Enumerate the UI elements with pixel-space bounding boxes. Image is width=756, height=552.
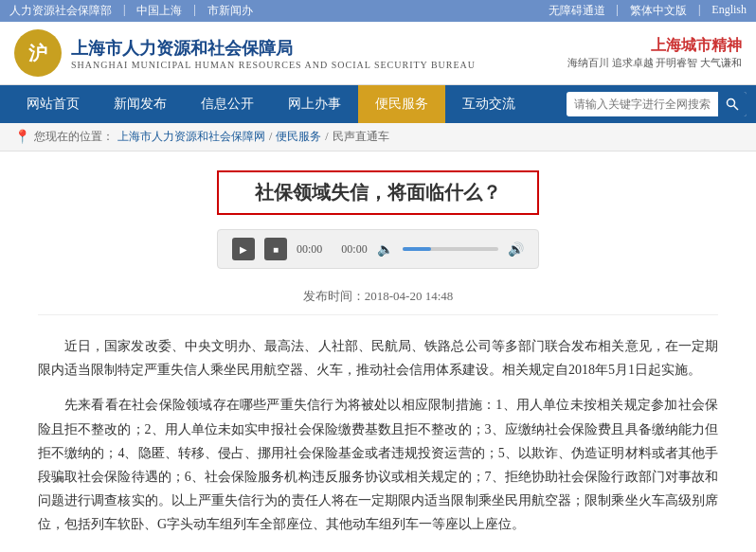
breadcrumb-sep-2: / (325, 130, 328, 144)
breadcrumb-link-1[interactable]: 上海市人力资源和社会保障网 (117, 129, 265, 145)
city-spirit-title: 上海城市精神 (567, 36, 742, 56)
logo-text: 上海市人力资源和社会保障局 SHANGHAI MUNICIPAL HUMAN R… (71, 37, 476, 70)
article-content: 近日，国家发改委、中央文明办、最高法、人社部、民航局、铁路总公司等多部门联合发布… (38, 334, 718, 537)
top-bar-item-2[interactable]: 中国上海 (136, 3, 182, 19)
city-spirit: 上海城市精神 海纳百川 追求卓越 开明睿智 大气谦和 (567, 36, 742, 70)
main-content: 社保领域失信，将面临什么？ ▶ ■ 00:00 00:00 🔈 🔊 发布时间：2… (0, 151, 756, 552)
article-title-box: 社保领域失信，将面临什么？ (217, 170, 539, 215)
breadcrumb: 📍 您现在的位置： 上海市人力资源和社会保障网 / 便民服务 / 民声直通车 (0, 123, 756, 151)
top-bar-separator-1: | (123, 3, 125, 19)
nav-item-home[interactable]: 网站首页 (9, 85, 97, 123)
breadcrumb-link-2[interactable]: 便民服务 (276, 129, 321, 145)
audio-player: ▶ ■ 00:00 00:00 🔈 🔊 (217, 229, 539, 269)
volume-high-icon: 🔊 (508, 241, 524, 258)
time-total: 00:00 (341, 242, 367, 257)
top-bar-item-3[interactable]: 市新闻办 (207, 3, 253, 19)
article-title: 社保领域失信，将面临什么？ (247, 180, 509, 205)
article-paragraph-2: 先来看看在社会保险领域存在哪些严重失信行为将被处以相应限制措施：1、用人单位未按… (38, 393, 718, 536)
svg-point-0 (728, 99, 735, 107)
header: 沪 上海市人力资源和社会保障局 SHANGHAI MUNICIPAL HUMAN… (0, 22, 756, 85)
top-bar-separator-3: | (617, 3, 619, 19)
top-bar-accessibility[interactable]: 无障碍通道 (549, 3, 605, 19)
volume-progress-fill (403, 247, 431, 251)
org-name-english: SHANGHAI MUNICIPAL HUMAN RESOURCES AND S… (71, 60, 476, 70)
article-paragraph-1: 近日，国家发改委、中央文明办、最高法、人社部、民航局、铁路总公司等多部门联合发布… (38, 334, 718, 382)
top-bar-separator-2: | (193, 3, 195, 19)
breadcrumb-current: 民声直通车 (333, 129, 389, 145)
play-button[interactable]: ▶ (232, 238, 255, 260)
breadcrumb-sep-1: / (269, 130, 272, 144)
publish-date: 发布时间：2018-04-20 14:48 (38, 288, 718, 315)
top-bar: 人力资源社会保障部 | 中国上海 | 市新闻办 无障碍通道 | 繁体中文版 | … (0, 0, 756, 22)
city-spirit-sub: 海纳百川 追求卓越 开明睿智 大气谦和 (567, 56, 742, 70)
nav-item-service[interactable]: 便民服务 (358, 85, 445, 123)
top-bar-separator-4: | (698, 3, 700, 19)
org-name-chinese: 上海市人力资源和社会保障局 (71, 37, 476, 60)
stop-button[interactable]: ■ (264, 238, 287, 260)
nav-item-online[interactable]: 网上办事 (271, 85, 358, 123)
logo-area: 沪 上海市人力资源和社会保障局 SHANGHAI MUNICIPAL HUMAN… (14, 29, 476, 77)
top-bar-right: 无障碍通道 | 繁体中文版 | English (549, 3, 747, 19)
nav-item-info[interactable]: 信息公开 (184, 85, 271, 123)
svg-line-1 (734, 106, 739, 111)
header-right: 上海城市精神 海纳百川 追求卓越 开明睿智 大气谦和 (567, 36, 742, 70)
time-current: 00:00 (297, 242, 322, 257)
nav-item-news[interactable]: 新闻发布 (97, 85, 184, 123)
top-bar-left: 人力资源社会保障部 | 中国上海 | 市新闻办 (9, 3, 253, 19)
top-bar-item-1[interactable]: 人力资源社会保障部 (9, 3, 112, 19)
nav-item-interact[interactable]: 互动交流 (445, 85, 532, 123)
location-icon: 📍 (14, 129, 30, 145)
breadcrumb-label: 您现在的位置： (34, 129, 114, 145)
logo-icon: 沪 (14, 29, 62, 77)
top-bar-traditional[interactable]: 繁体中文版 (630, 3, 687, 19)
nav-bar: 网站首页 新闻发布 信息公开 网上办事 便民服务 互动交流 (0, 85, 756, 123)
search-input[interactable] (567, 96, 718, 114)
volume-progress-bar[interactable] (403, 247, 498, 251)
search-button[interactable] (718, 92, 747, 116)
top-bar-english[interactable]: English (711, 3, 747, 19)
search-icon (726, 98, 739, 111)
search-area (567, 92, 747, 116)
volume-icon: 🔈 (377, 241, 393, 258)
